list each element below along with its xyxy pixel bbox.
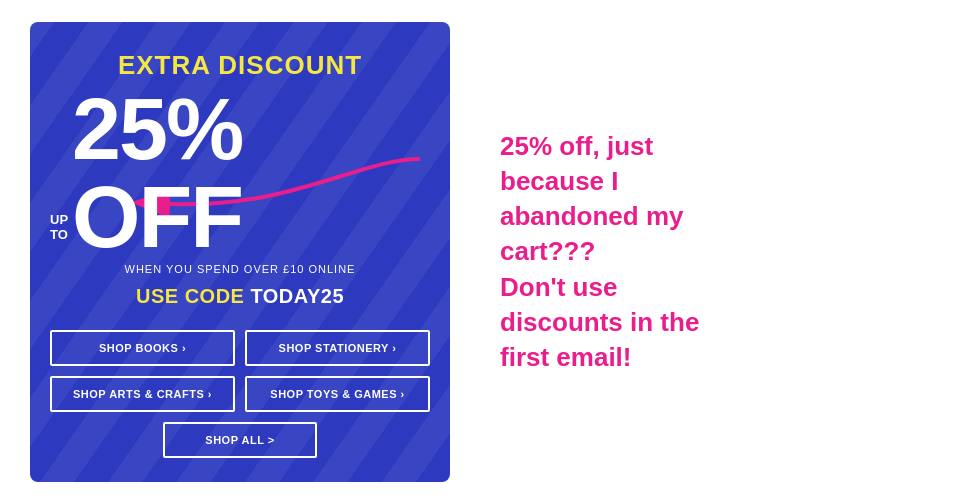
discount-row: UPTO 25% OFF — [50, 85, 430, 261]
shop-toys-games-button[interactable]: SHOP TOYS & GAMES › — [245, 376, 430, 412]
shop-stationery-button[interactable]: SHOP STATIONERY › — [245, 330, 430, 366]
category-buttons-grid: SHOP BOOKS › SHOP STATIONERY › SHOP ARTS… — [50, 330, 430, 412]
annotation-panel: 25% off, justbecause Iabandoned mycart??… — [450, 119, 930, 385]
shop-arts-crafts-button[interactable]: SHOP ARTS & CRAFTS › — [50, 376, 235, 412]
spend-condition: WHEN YOU SPEND OVER £10 ONLINE — [125, 263, 356, 275]
extra-discount-heading: EXTRA DISCOUNT — [118, 50, 362, 81]
shop-books-button[interactable]: SHOP BOOKS › — [50, 330, 235, 366]
use-code-value: TODAY25 — [250, 285, 344, 308]
promo-banner: EXTRA DISCOUNT UPTO 25% OFF WHEN YOU SPE… — [30, 22, 450, 482]
up-to-label: UPTO — [50, 212, 68, 243]
annotation-text: 25% off, justbecause Iabandoned mycart??… — [500, 129, 910, 375]
percent-off-text: 25% OFF — [72, 85, 430, 261]
use-code-row: USE CODE TODAY25 — [136, 285, 344, 308]
use-code-label: USE CODE — [136, 285, 244, 308]
shop-all-button[interactable]: SHOP ALL > — [163, 422, 316, 458]
